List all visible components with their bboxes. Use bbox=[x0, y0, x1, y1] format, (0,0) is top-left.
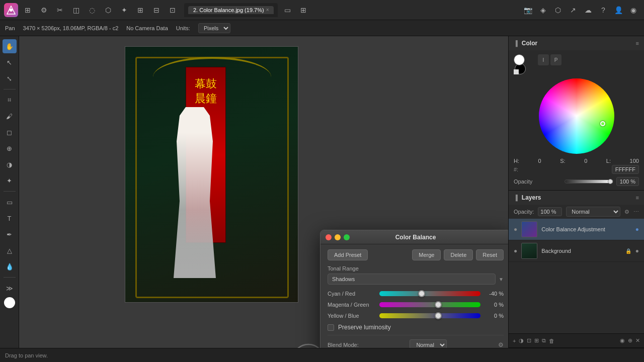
toolbar-icon-9[interactable]: ⊟ bbox=[150, 4, 163, 17]
toolbar-icon-5[interactable]: ◌ bbox=[86, 4, 99, 17]
yellow-blue-slider[interactable] bbox=[379, 313, 480, 318]
active-tab[interactable]: 2. Color Balance.jpg (19.7%) × bbox=[188, 6, 274, 14]
persona-liquify-icon[interactable]: ◈ bbox=[536, 4, 549, 17]
retouch-tool[interactable]: ✦ bbox=[3, 173, 17, 188]
toolbar-icon-1[interactable]: ⊞ bbox=[21, 4, 34, 17]
reset-button[interactable]: Reset bbox=[476, 249, 504, 260]
color-swatch-tool[interactable] bbox=[4, 297, 15, 308]
minimize-window-button[interactable] bbox=[335, 234, 341, 240]
fill-tool[interactable]: ◻ bbox=[3, 125, 17, 139]
color-swatches bbox=[514, 54, 534, 74]
toolbar-icon-6[interactable]: ⬡ bbox=[102, 4, 115, 17]
layer-visibility-background[interactable]: ● bbox=[514, 247, 517, 254]
magenta-green-slider[interactable] bbox=[379, 302, 480, 307]
cyan-red-slider[interactable] bbox=[379, 291, 480, 296]
layers-opacity-input[interactable] bbox=[538, 207, 562, 216]
toolbar-view-icon[interactable]: ▭ bbox=[281, 4, 294, 17]
tonal-range-select[interactable]: Shadows Midtones Highlights bbox=[328, 274, 496, 285]
transform-tool[interactable]: ⤡ bbox=[3, 71, 17, 85]
layers-blend-mode[interactable]: Normal bbox=[566, 207, 620, 217]
layer-eye-background[interactable]: ● bbox=[635, 247, 639, 254]
maximize-window-button[interactable] bbox=[344, 234, 350, 240]
mask-layer-icon[interactable]: ⊡ bbox=[527, 337, 531, 344]
delete-layer-icon[interactable]: 🗑 bbox=[549, 338, 554, 344]
layer-item-background[interactable]: ● Background 🔒 ● bbox=[509, 240, 644, 262]
eyedropper-tool[interactable]: 💧 bbox=[3, 259, 17, 274]
toolbar-icon-10[interactable]: ⊡ bbox=[166, 4, 179, 17]
add-adjustment-layer-icon[interactable]: ◑ bbox=[519, 337, 524, 344]
persona-export-icon[interactable]: ↗ bbox=[567, 4, 580, 17]
account-icon[interactable]: ◉ bbox=[627, 4, 640, 17]
toolbar-icon-8[interactable]: ⊞ bbox=[134, 4, 147, 17]
merge-button[interactable]: Merge bbox=[412, 249, 441, 260]
panel-menu-icon[interactable]: ≡ bbox=[636, 40, 639, 46]
toolbar-icon-4[interactable]: ◫ bbox=[69, 4, 83, 17]
pen-tool[interactable]: ✒ bbox=[3, 227, 17, 241]
magenta-green-slider-row: Magenta / Green 0 % bbox=[328, 302, 504, 308]
group-layer-icon[interactable]: ⊞ bbox=[534, 337, 539, 344]
blend-mode-select[interactable]: Normal bbox=[410, 339, 447, 348]
pan-tool[interactable]: ✋ bbox=[3, 39, 17, 53]
toolbar-grid-icon[interactable]: ⊞ bbox=[297, 4, 310, 17]
eyedropper-color-tool[interactable]: I bbox=[538, 54, 549, 65]
dialog-body: Add Preset Merge Delete Reset Tonal Rang… bbox=[320, 244, 508, 348]
add-preset-button[interactable]: Add Preset bbox=[328, 249, 368, 260]
reset-colors-icon[interactable] bbox=[514, 69, 519, 74]
l-value: 100 bbox=[630, 158, 639, 164]
close-window-button[interactable] bbox=[326, 234, 332, 240]
toolbar-icon-7[interactable]: ✦ bbox=[118, 4, 131, 17]
color-picker-tool[interactable]: P bbox=[550, 54, 561, 65]
connect-icon[interactable]: ☁ bbox=[582, 4, 595, 17]
hex-value[interactable]: FFFFFF bbox=[612, 165, 639, 174]
paint-brush-tool[interactable]: 🖌 bbox=[3, 109, 17, 123]
layers-collapse-icon[interactable]: ▐ bbox=[514, 195, 518, 201]
layers-opacity-label: Opacity: bbox=[514, 209, 534, 215]
color-wheel[interactable] bbox=[539, 78, 614, 154]
opacity-value[interactable]: 100 % bbox=[616, 177, 639, 186]
color-wheel-section: I P H: 0 S: bbox=[509, 50, 644, 190]
layer-visibility-color-balance[interactable]: ● bbox=[514, 226, 517, 233]
expand-icon[interactable]: ≫ bbox=[3, 281, 17, 295]
cyan-red-thumb[interactable] bbox=[418, 290, 425, 297]
selection-rect-tool[interactable]: ▭ bbox=[3, 195, 17, 209]
delete-button[interactable]: Delete bbox=[444, 249, 473, 260]
move-tool[interactable]: ↖ bbox=[3, 55, 17, 69]
layers-settings-icon[interactable]: ⚙ bbox=[624, 209, 629, 215]
color-balance-dialog: Color Balance Add Preset Merge Delete Re… bbox=[320, 230, 508, 348]
layers-menu-icon[interactable]: ≡ bbox=[636, 195, 639, 201]
second-toolbar: Pan 3470 × 5206px, 18.06MP, RGBA/8 - c2 … bbox=[0, 20, 644, 36]
units-select[interactable]: Pixels bbox=[198, 23, 230, 33]
yellow-blue-thumb[interactable] bbox=[435, 312, 442, 319]
preserve-luminosity-checkbox[interactable] bbox=[328, 324, 334, 331]
units-label: Units: bbox=[176, 25, 190, 31]
help-icon[interactable]: ? bbox=[597, 4, 610, 17]
crop-tool[interactable]: ⌗ bbox=[3, 93, 17, 107]
layer-item-color-balance[interactable]: ● Color Balance Adjustment ● bbox=[509, 219, 644, 240]
shape-tool[interactable]: △ bbox=[3, 243, 17, 257]
duplicate-layer-icon[interactable]: ⧉ bbox=[542, 337, 546, 344]
persona-develop-icon[interactable]: ⬡ bbox=[551, 4, 565, 17]
layers-panel-header: ▐ Layers ≡ bbox=[509, 191, 644, 205]
layers-bottom-icon-1[interactable]: ◉ bbox=[620, 337, 625, 344]
text-tool[interactable]: T bbox=[3, 211, 17, 225]
layers-bottom-icon-3[interactable]: ✕ bbox=[635, 337, 640, 344]
canvas-area[interactable]: 幕鼓晨鐘 RRCG 人人素材 bbox=[19, 36, 508, 348]
magenta-green-thumb[interactable] bbox=[435, 301, 442, 308]
clone-tool[interactable]: ⊕ bbox=[3, 141, 17, 155]
persona-photo-icon[interactable]: 📷 bbox=[521, 4, 534, 17]
add-pixel-layer-icon[interactable]: + bbox=[513, 338, 516, 344]
opacity-track[interactable] bbox=[565, 179, 613, 184]
toolbar-icon-2[interactable]: ⚙ bbox=[37, 4, 50, 17]
foreground-color-swatch[interactable] bbox=[514, 54, 525, 65]
dodge-burn-tool[interactable]: ◑ bbox=[3, 157, 17, 171]
tab-close-button[interactable]: × bbox=[266, 7, 269, 13]
main-area: ✋ ↖ ⤡ ⌗ 🖌 ◻ ⊕ ◑ ✦ ▭ T ✒ △ 💧 ≫ 幕鼓晨鐘 bbox=[0, 36, 644, 348]
toolbar-icon-3[interactable]: ✂ bbox=[53, 4, 66, 17]
user-icon[interactable]: 👤 bbox=[612, 4, 625, 17]
layers-bottom-icon-2[interactable]: ⊕ bbox=[628, 337, 632, 344]
layers-more-icon[interactable]: ⋯ bbox=[633, 209, 639, 215]
layer-eye-color-balance[interactable]: ● bbox=[635, 226, 639, 233]
collapse-icon[interactable]: ▐ bbox=[514, 40, 518, 46]
layer-lock-background[interactable]: 🔒 bbox=[625, 248, 631, 254]
blend-settings-icon[interactable]: ⚙ bbox=[498, 341, 504, 348]
